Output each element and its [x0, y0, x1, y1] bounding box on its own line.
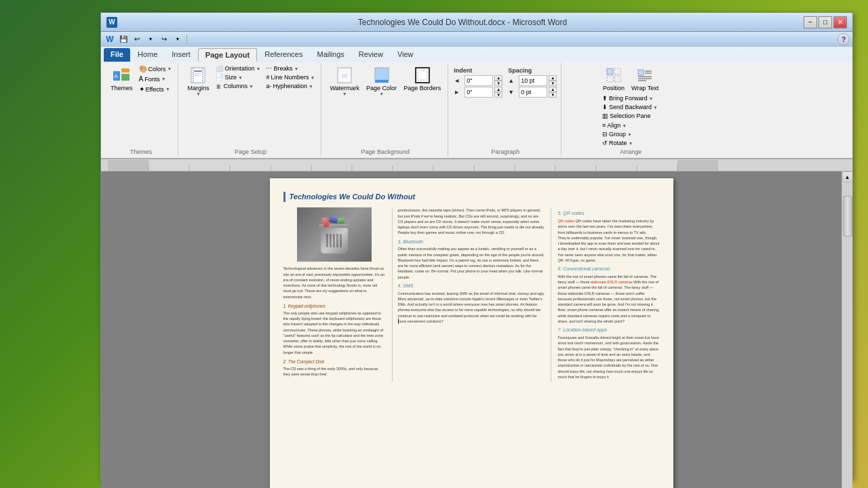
orientation-button[interactable]: ⬜ Orientation ▼ — [214, 64, 262, 73]
hyphenation-button[interactable]: a- Hyphenation ▼ — [264, 82, 317, 90]
tab-insert[interactable]: Insert — [165, 48, 197, 62]
tab-file[interactable]: File — [104, 48, 130, 62]
spacing-before-spinners: ▲ ▼ — [549, 75, 557, 86]
selection-pane-button[interactable]: ▥ Selection Pane — [600, 112, 660, 120]
window-controls: − □ ✕ — [804, 16, 847, 28]
tab-home[interactable]: Home — [131, 48, 164, 62]
page-borders-label: Page Borders — [403, 85, 441, 92]
trash-can-illustration — [314, 216, 355, 253]
line-numbers-icon: # — [266, 74, 269, 81]
section4-paragraph: Communication has evolved, leaving SMS a… — [398, 291, 545, 325]
align-button[interactable]: ≡ Align ▼ — [600, 121, 635, 129]
hyphenation-icon: a- — [266, 83, 271, 89]
close-button[interactable]: ✕ — [833, 16, 847, 28]
page-color-arrow: ▼ — [379, 92, 384, 96]
spacing-after-input[interactable] — [519, 87, 547, 98]
section2-intro-paragraph: The CD was a thing of the early 2000s, a… — [283, 366, 385, 378]
spacing-before-input[interactable] — [519, 75, 547, 86]
scroll-up-button[interactable]: ▲ — [842, 171, 853, 182]
save-button[interactable]: 💾 — [117, 33, 130, 45]
size-icon: 📄 — [216, 74, 223, 81]
section5-text: QR codes have taken the marketing indust… — [558, 219, 660, 262]
minimize-button[interactable]: − — [804, 16, 817, 28]
document-image — [297, 207, 372, 262]
customize-qat-button[interactable]: ▼ — [172, 33, 184, 45]
app-icon: W — [106, 17, 117, 28]
spacing-column: Spacing ▲ ▲ ▼ ▼ — [508, 67, 557, 98]
breaks-button[interactable]: ⋯ Breaks ▼ — [264, 64, 317, 73]
indent-left-input[interactable] — [465, 75, 493, 86]
tab-mailings[interactable]: Mailings — [310, 48, 351, 62]
tab-references[interactable]: References — [258, 48, 309, 62]
document-page[interactable]: Technologies We Could Do Without — [270, 178, 673, 488]
line-numbers-button[interactable]: # Line Numbers ▼ — [264, 73, 317, 81]
columns-button[interactable]: ⫼ Columns ▼ — [214, 82, 262, 90]
tab-review[interactable]: Review — [352, 48, 390, 62]
trash-line-1 — [326, 234, 328, 247]
spacing-before-down[interactable]: ▼ — [549, 81, 557, 86]
margins-arrow: ▼ — [196, 92, 201, 96]
line-numbers-arrow: ▼ — [310, 75, 315, 80]
section2-continued-paragraph: predecessors, the cassette tape (shiver)… — [398, 207, 545, 235]
help-button[interactable]: ? — [837, 33, 850, 45]
send-backward-button[interactable]: ⬇ Send Backward ▼ — [600, 103, 660, 111]
paragraph-label-bottom: Paragraph — [491, 148, 519, 155]
tab-view[interactable]: View — [391, 48, 420, 62]
position-button[interactable]: Position — [600, 64, 627, 93]
indent-left-spinners: ▲ ▼ — [494, 75, 502, 86]
page-background-group-label: Page Background — [361, 147, 410, 155]
page-color-button[interactable]: Page Color ▼ — [363, 64, 399, 98]
send-backward-icon: ⬇ — [602, 104, 608, 110]
themes-group-label: Themes — [130, 147, 152, 155]
indent-right-down[interactable]: ▼ — [494, 92, 502, 98]
spacing-after-down[interactable]: ▼ — [549, 92, 557, 98]
margins-button[interactable]: Margins ▼ — [184, 64, 212, 98]
spacing-before-up[interactable]: ▲ — [549, 75, 557, 81]
indent-left-up[interactable]: ▲ — [494, 75, 502, 81]
undo-button[interactable]: ↩ — [131, 33, 143, 45]
scroll-thumb[interactable] — [843, 196, 852, 237]
quick-access-toolbar: W 💾 ↩ ▼ ↪ ▼ ? — [101, 32, 852, 47]
bring-forward-button[interactable]: ⬆ Bring Forward ▼ — [600, 94, 660, 102]
wrap-text-label: Wrap Text — [631, 85, 658, 92]
redo-button[interactable]: ↪ — [158, 33, 170, 45]
hyphenation-arrow: ▼ — [309, 84, 313, 89]
indent-left-down[interactable]: ▼ — [494, 81, 502, 86]
arrange-small-buttons2: ≡ Align ▼ ⊟ Group ▼ ↺ Rotate ▼ — [600, 121, 635, 147]
indent-spacing-controls: Indent ◄ ▲ ▼ ► — [454, 67, 557, 98]
svg-rect-7 — [194, 70, 202, 72]
scroll-up-arrow: ▲ — [845, 174, 850, 180]
page-borders-button[interactable]: Page Borders — [401, 64, 443, 93]
indent-right-input[interactable] — [465, 87, 493, 98]
spacing-after-up[interactable]: ▲ — [549, 87, 557, 92]
rotate-button[interactable]: ↺ Rotate ▼ — [600, 139, 635, 147]
breaks-icon: ⋯ — [266, 65, 272, 72]
horizontal-ruler — [101, 159, 852, 171]
wrap-text-button[interactable]: Wrap Text — [629, 64, 661, 93]
fonts-dropdown-arrow: ▼ — [161, 77, 166, 81]
section7-heading: 7. Location-based apps — [558, 327, 660, 333]
size-button[interactable]: 📄 Size ▼ — [214, 73, 262, 81]
tab-page-layout[interactable]: Page Layout — [198, 48, 257, 62]
section3-paragraph: Other than successfully making you appea… — [398, 246, 545, 280]
indent-left-label: ◄ — [454, 77, 463, 84]
themes-icon: A — [112, 66, 131, 85]
trash-item-2 — [329, 216, 338, 224]
window-title: Technologies We Could Do Without.docx - … — [121, 18, 804, 27]
svg-rect-12 — [375, 68, 389, 80]
document-scroll[interactable]: Technologies We Could Do Without — [101, 171, 842, 488]
indent-right-up[interactable]: ▲ — [494, 87, 502, 92]
undo-dropdown[interactable]: ▼ — [144, 33, 157, 45]
restore-button[interactable]: □ — [818, 16, 832, 28]
scroll-track[interactable] — [842, 182, 853, 488]
selection-pane-icon: ▥ — [602, 113, 608, 119]
group-button[interactable]: ⊟ Group ▼ — [600, 130, 635, 138]
theme-effects-button[interactable]: ✦ Effects ▼ — [137, 85, 174, 94]
themes-button[interactable]: A Themes — [108, 64, 136, 93]
theme-fonts-button[interactable]: A Fonts ▼ — [137, 75, 174, 83]
watermark-button[interactable]: W Watermark ▼ — [327, 64, 362, 98]
titlebar: W Technologies We Could Do Without.docx … — [101, 13, 852, 32]
paragraph-group-content: Indent ◄ ▲ ▼ ► — [454, 64, 557, 148]
word-app-icon: W — [104, 33, 116, 45]
theme-colors-button[interactable]: 🎨 Colors ▼ — [137, 64, 174, 73]
